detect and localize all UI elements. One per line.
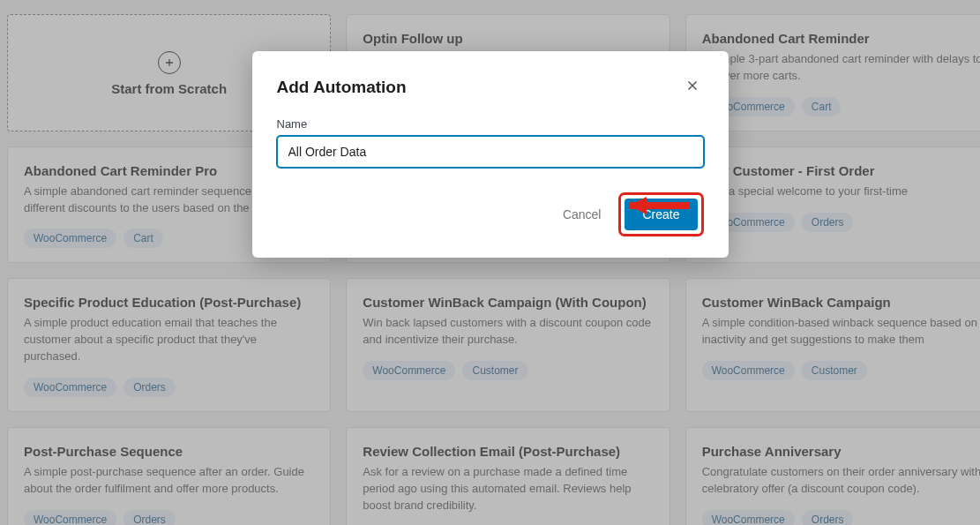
create-button[interactable]: Create (625, 199, 697, 230)
name-label: Name (277, 117, 704, 131)
close-button[interactable] (681, 74, 704, 100)
automation-name-input[interactable] (277, 136, 704, 168)
cancel-button[interactable]: Cancel (552, 200, 612, 229)
modal-title: Add Automation (277, 78, 407, 97)
add-automation-modal: Add Automation Name Cancel Create (252, 51, 729, 258)
close-icon (685, 78, 700, 94)
annotation-highlight: Create (618, 192, 703, 236)
modal-overlay: Add Automation Name Cancel Create (0, 0, 980, 525)
